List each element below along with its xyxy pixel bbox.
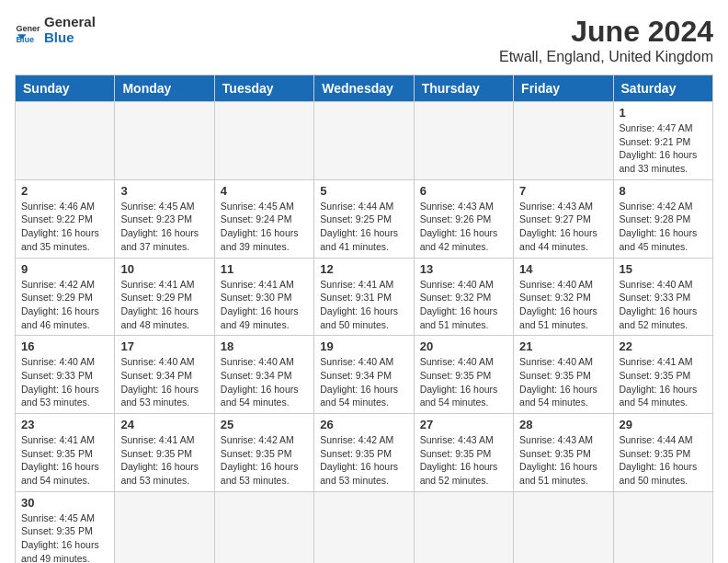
calendar-row-6: 30 Sunrise: 4:45 AM Sunset: 9:35 PM Dayl… <box>16 491 713 563</box>
logo-blue-text: Blue <box>44 30 96 46</box>
day-1: 1 Sunrise: 4:47 AM Sunset: 9:21 PM Dayli… <box>613 102 712 180</box>
day-29: 29 Sunrise: 4:44 AM Sunset: 9:35 PM Dayl… <box>613 414 712 492</box>
day-9: 9 Sunrise: 4:42 AM Sunset: 9:29 PM Dayli… <box>16 258 115 336</box>
day-6: 6 Sunrise: 4:43 AM Sunset: 9:26 PM Dayli… <box>414 179 513 258</box>
empty-cell <box>514 102 613 180</box>
day-5: 5 Sunrise: 4:44 AM Sunset: 9:25 PM Dayli… <box>314 179 414 258</box>
empty-cell <box>613 491 712 563</box>
empty-cell <box>214 491 313 563</box>
day-27: 27 Sunrise: 4:43 AM Sunset: 9:35 PM Dayl… <box>414 414 513 492</box>
calendar-header-row: Sunday Monday Tuesday Wednesday Thursday… <box>16 75 713 102</box>
day-13: 13 Sunrise: 4:40 AM Sunset: 9:32 PM Dayl… <box>414 258 513 336</box>
day-8: 8 Sunrise: 4:42 AM Sunset: 9:28 PM Dayli… <box>613 179 712 258</box>
day-4: 4 Sunrise: 4:45 AM Sunset: 9:24 PM Dayli… <box>214 179 313 258</box>
day-16: 16 Sunrise: 4:40 AM Sunset: 9:33 PM Dayl… <box>16 336 115 414</box>
day-11: 11 Sunrise: 4:41 AM Sunset: 9:30 PM Dayl… <box>214 258 313 336</box>
location: Etwall, England, United Kingdom <box>499 49 713 65</box>
day-18: 18 Sunrise: 4:40 AM Sunset: 9:34 PM Dayl… <box>214 336 313 414</box>
calendar-row-3: 9 Sunrise: 4:42 AM Sunset: 9:29 PM Dayli… <box>16 258 713 336</box>
empty-cell <box>414 491 513 563</box>
day-12: 12 Sunrise: 4:41 AM Sunset: 9:31 PM Dayl… <box>314 258 414 336</box>
svg-text:General: General <box>16 24 40 33</box>
calendar-row-1: 1 Sunrise: 4:47 AM Sunset: 9:21 PM Dayli… <box>16 102 713 180</box>
header-sunday: Sunday <box>16 75 115 102</box>
calendar-table: Sunday Monday Tuesday Wednesday Thursday… <box>15 75 713 563</box>
day-20: 20 Sunrise: 4:40 AM Sunset: 9:35 PM Dayl… <box>414 336 513 414</box>
empty-cell <box>414 102 513 180</box>
calendar-row-5: 23 Sunrise: 4:41 AM Sunset: 9:35 PM Dayl… <box>16 414 713 492</box>
day-15: 15 Sunrise: 4:40 AM Sunset: 9:33 PM Dayl… <box>613 258 712 336</box>
empty-cell <box>214 102 313 180</box>
day-23: 23 Sunrise: 4:41 AM Sunset: 9:35 PM Dayl… <box>16 414 115 492</box>
day-24: 24 Sunrise: 4:41 AM Sunset: 9:35 PM Dayl… <box>115 414 214 492</box>
calendar-row-4: 16 Sunrise: 4:40 AM Sunset: 9:33 PM Dayl… <box>16 336 713 414</box>
logo-general-text: General <box>44 15 96 30</box>
empty-cell <box>514 491 613 563</box>
empty-cell <box>314 491 414 563</box>
logo: General Blue General Blue <box>15 15 96 45</box>
header-thursday: Thursday <box>414 75 513 102</box>
day-26: 26 Sunrise: 4:42 AM Sunset: 9:35 PM Dayl… <box>314 414 414 492</box>
day-25: 25 Sunrise: 4:42 AM Sunset: 9:35 PM Dayl… <box>214 414 313 492</box>
header-tuesday: Tuesday <box>214 75 313 102</box>
day-10: 10 Sunrise: 4:41 AM Sunset: 9:29 PM Dayl… <box>115 258 214 336</box>
month-title: June 2024 <box>499 15 713 49</box>
empty-cell <box>314 102 414 180</box>
logo-icon: General Blue <box>15 17 40 43</box>
day-2: 2 Sunrise: 4:46 AM Sunset: 9:22 PM Dayli… <box>16 179 115 258</box>
day-21: 21 Sunrise: 4:40 AM Sunset: 9:35 PM Dayl… <box>514 336 613 414</box>
day-17: 17 Sunrise: 4:40 AM Sunset: 9:34 PM Dayl… <box>115 336 214 414</box>
title-area: June 2024 Etwall, England, United Kingdo… <box>499 15 713 65</box>
svg-text:Blue: Blue <box>16 34 34 42</box>
day-19: 19 Sunrise: 4:40 AM Sunset: 9:34 PM Dayl… <box>314 336 414 414</box>
header-wednesday: Wednesday <box>314 75 414 102</box>
header-saturday: Saturday <box>613 75 712 102</box>
day-14: 14 Sunrise: 4:40 AM Sunset: 9:32 PM Dayl… <box>514 258 613 336</box>
day-3: 3 Sunrise: 4:45 AM Sunset: 9:23 PM Dayli… <box>115 179 214 258</box>
day-22: 22 Sunrise: 4:41 AM Sunset: 9:35 PM Dayl… <box>613 336 712 414</box>
day-28: 28 Sunrise: 4:43 AM Sunset: 9:35 PM Dayl… <box>514 414 613 492</box>
day-7: 7 Sunrise: 4:43 AM Sunset: 9:27 PM Dayli… <box>514 179 613 258</box>
empty-cell <box>115 102 214 180</box>
page-header: General Blue General Blue June 2024 Etwa… <box>15 15 713 65</box>
empty-cell <box>16 102 115 180</box>
empty-cell <box>115 491 214 563</box>
header-monday: Monday <box>115 75 214 102</box>
header-friday: Friday <box>514 75 613 102</box>
calendar-row-2: 2 Sunrise: 4:46 AM Sunset: 9:22 PM Dayli… <box>16 179 713 258</box>
day-30: 30 Sunrise: 4:45 AM Sunset: 9:35 PM Dayl… <box>16 491 115 563</box>
